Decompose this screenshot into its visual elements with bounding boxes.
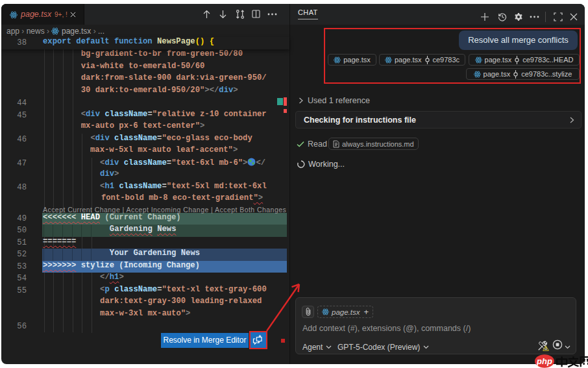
svg-text:php: php (536, 356, 552, 366)
